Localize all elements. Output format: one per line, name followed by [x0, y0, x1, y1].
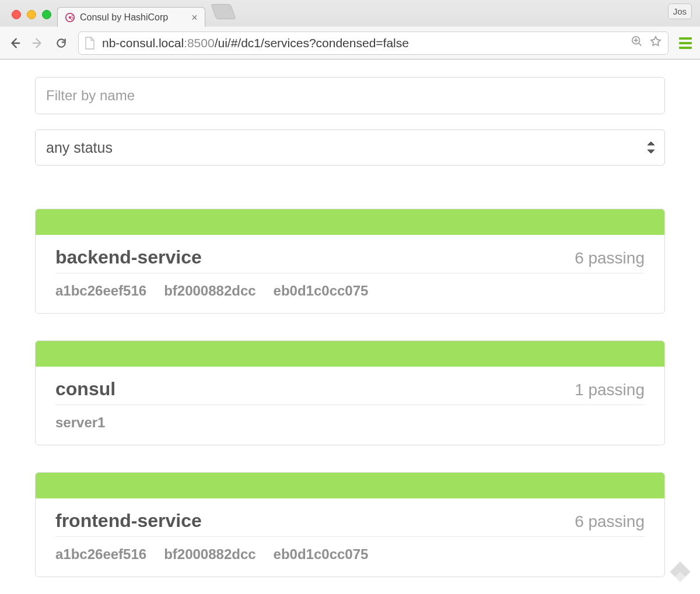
browser-toolbar: nb-consul.local:8500/ui/#/dc1/services?c…: [0, 26, 700, 59]
nav-reload-button[interactable]: [55, 37, 68, 50]
service-node-link[interactable]: a1bc26eef516: [55, 283, 146, 299]
window-zoom-icon[interactable]: [42, 10, 51, 19]
window-close-icon[interactable]: [12, 10, 21, 19]
service-card-list: backend-service 6 passing a1bc26eef516 b…: [35, 209, 665, 577]
url-host: nb-consul.local: [102, 36, 184, 50]
service-card[interactable]: backend-service 6 passing a1bc26eef516 b…: [35, 209, 665, 314]
service-node-link[interactable]: eb0d1c0cc075: [274, 283, 369, 299]
service-status: 6 passing: [575, 512, 645, 531]
svg-point-1: [69, 16, 72, 19]
svg-point-3: [72, 17, 73, 18]
service-node-link[interactable]: bf2000882dcc: [164, 283, 256, 299]
svg-point-2: [72, 15, 73, 16]
service-node-link[interactable]: eb0d1c0cc075: [274, 546, 369, 563]
svg-point-4: [71, 19, 72, 20]
window-minimize-icon[interactable]: [27, 10, 36, 19]
nav-back-button[interactable]: [8, 37, 21, 50]
page-file-icon: [85, 37, 95, 50]
service-node-link[interactable]: a1bc26eef516: [55, 546, 146, 563]
window-controls: [6, 10, 57, 26]
nav-forward-button[interactable]: [32, 37, 44, 50]
service-node-link[interactable]: server1: [55, 414, 105, 431]
filter-status-value: any status: [46, 139, 113, 156]
url-port: :8500: [184, 36, 215, 50]
address-bar-url: nb-consul.local:8500/ui/#/dc1/services?c…: [102, 36, 409, 50]
tab-title: Consul by HashiCorp: [80, 12, 168, 23]
new-tab-button[interactable]: [211, 4, 236, 19]
service-name: frontend-service: [55, 510, 202, 532]
service-node-link[interactable]: bf2000882dcc: [164, 546, 256, 563]
service-name: consul: [55, 378, 116, 400]
zoom-icon[interactable]: [631, 35, 643, 51]
browser-tab-active[interactable]: Consul by HashiCorp ×: [57, 7, 205, 27]
service-status-bar: [36, 209, 664, 235]
service-status-bar: [36, 473, 664, 498]
service-status: 1 passing: [575, 381, 645, 399]
extension-badge-icon[interactable]: [667, 559, 693, 587]
filter-name-input[interactable]: [35, 77, 665, 114]
filter-status-select[interactable]: any status: [35, 129, 665, 166]
service-card[interactable]: frontend-service 6 passing a1bc26eef516 …: [35, 472, 665, 577]
browser-menu-button[interactable]: [679, 37, 692, 49]
browser-chrome: Consul by HashiCorp × Jos nb-consul.loca…: [0, 0, 700, 59]
tab-close-icon[interactable]: ×: [191, 12, 198, 23]
service-status-bar: [36, 341, 664, 367]
service-name: backend-service: [55, 247, 202, 268]
bookmark-star-icon[interactable]: [649, 35, 662, 51]
address-bar[interactable]: nb-consul.local:8500/ui/#/dc1/services?c…: [78, 31, 668, 55]
tab-strip: Consul by HashiCorp × Jos: [0, 0, 700, 26]
browser-profile-label: Jos: [673, 6, 687, 16]
service-card[interactable]: consul 1 passing server1: [35, 340, 665, 445]
page-content: any status backend-service 6 passing a1b…: [0, 59, 700, 577]
service-status: 6 passing: [575, 249, 645, 268]
browser-profile-button[interactable]: Jos: [668, 3, 692, 19]
select-chevron-icon: [647, 140, 655, 154]
url-path: /ui/#/dc1/services?condensed=false: [215, 36, 409, 50]
tab-favicon-icon: [65, 12, 75, 23]
